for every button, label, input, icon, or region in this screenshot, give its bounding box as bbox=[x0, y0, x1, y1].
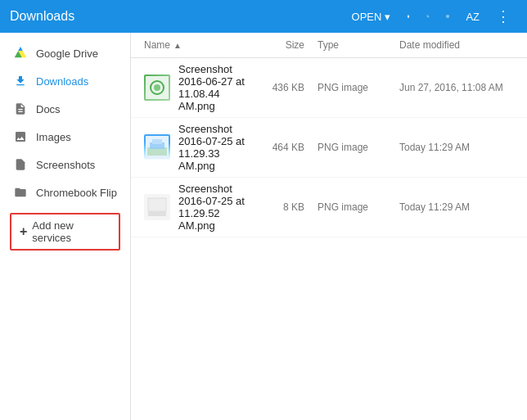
svg-rect-9 bbox=[152, 139, 162, 144]
layout: Google Drive Downloads Docs Images Scree bbox=[0, 33, 527, 420]
topbar: Downloads OPEN ▾ AZ ⋮ bbox=[0, 0, 527, 33]
download-icon bbox=[13, 74, 28, 88]
column-size: Size bbox=[252, 39, 318, 51]
images-icon bbox=[13, 129, 28, 144]
drive-icon bbox=[13, 46, 28, 61]
main-content: Name ▲ Size Type Date modified bbox=[131, 33, 527, 420]
sidebar-item-docs[interactable]: Docs bbox=[0, 95, 130, 123]
doc-icon bbox=[13, 102, 28, 116]
sidebar-label-images: Images bbox=[36, 131, 71, 143]
add-icon: + bbox=[20, 224, 27, 239]
more-options-button[interactable]: ⋮ bbox=[489, 2, 517, 30]
sidebar-item-google-drive[interactable]: Google Drive bbox=[0, 39, 130, 67]
file-name: Screenshot 2016-06-27 at 11.08.44 AM.png bbox=[178, 63, 252, 112]
file-size: 8 KB bbox=[252, 201, 318, 213]
table-row[interactable]: Screenshot 2016-06-27 at 11.08.44 AM.png… bbox=[131, 58, 527, 118]
grid-view-button[interactable] bbox=[439, 8, 456, 25]
file-date: Today 11:29 AM bbox=[399, 142, 514, 153]
svg-rect-11 bbox=[148, 198, 166, 211]
file-thumbnail bbox=[144, 134, 170, 160]
delete-button[interactable] bbox=[400, 8, 417, 25]
file-list-header: Name ▲ Size Type Date modified bbox=[131, 33, 527, 58]
file-thumbnail bbox=[144, 75, 170, 101]
sidebar-label-screenshots: Screenshots bbox=[36, 159, 95, 171]
sidebar-label-downloads: Downloads bbox=[36, 75, 88, 88]
sort-button[interactable]: AZ bbox=[459, 6, 486, 28]
file-type: PNG image bbox=[318, 142, 399, 153]
svg-rect-12 bbox=[148, 211, 166, 216]
sidebar-label-docs: Docs bbox=[36, 103, 61, 115]
open-button[interactable]: OPEN ▾ bbox=[345, 6, 398, 28]
sidebar-item-downloads[interactable]: Downloads bbox=[0, 67, 130, 95]
file-name: Screenshot 2016-07-25 at 11.29.52 AM.png bbox=[178, 183, 252, 232]
file-size: 464 KB bbox=[252, 142, 318, 153]
add-new-services-button[interactable]: + Add new services bbox=[10, 213, 120, 251]
svg-marker-2 bbox=[18, 47, 22, 51]
sidebar-label-chromebook-flip: Chromebook Flip bbox=[36, 187, 117, 199]
sidebar: Google Drive Downloads Docs Images Scree bbox=[0, 33, 131, 420]
file-name: Screenshot 2016-07-25 at 11.29.33 AM.png bbox=[178, 123, 252, 172]
sidebar-label-google-drive: Google Drive bbox=[36, 47, 98, 60]
file-date: Today 11:29 AM bbox=[399, 201, 514, 213]
file-thumbnail bbox=[144, 194, 170, 220]
column-type: Type bbox=[318, 39, 399, 51]
file-list: Screenshot 2016-06-27 at 11.08.44 AM.png… bbox=[131, 58, 527, 420]
sort-arrow-icon: ▲ bbox=[173, 41, 182, 50]
app-title: Downloads bbox=[10, 9, 345, 24]
file-type: PNG image bbox=[318, 201, 399, 213]
sidebar-item-chromebook-flip[interactable]: Chromebook Flip bbox=[0, 178, 130, 206]
topbar-actions: OPEN ▾ AZ ⋮ bbox=[345, 2, 517, 30]
table-row[interactable]: Screenshot 2016-07-25 at 11.29.52 AM.png… bbox=[131, 178, 527, 237]
screenshots-icon bbox=[13, 157, 28, 172]
search-button[interactable] bbox=[420, 8, 436, 25]
svg-point-5 bbox=[154, 84, 160, 91]
file-size: 436 KB bbox=[252, 82, 318, 93]
column-date: Date modified bbox=[399, 39, 514, 51]
sidebar-item-screenshots[interactable]: Screenshots bbox=[0, 151, 130, 178]
folder-icon bbox=[13, 185, 28, 200]
add-services-label: Add new services bbox=[32, 219, 110, 244]
sidebar-item-images[interactable]: Images bbox=[0, 123, 130, 151]
file-type: PNG image bbox=[318, 82, 399, 93]
column-name: Name ▲ bbox=[144, 39, 252, 51]
file-date: Jun 27, 2016, 11:08 AM bbox=[399, 82, 514, 93]
table-row[interactable]: Screenshot 2016-07-25 at 11.29.33 AM.png… bbox=[131, 118, 527, 178]
